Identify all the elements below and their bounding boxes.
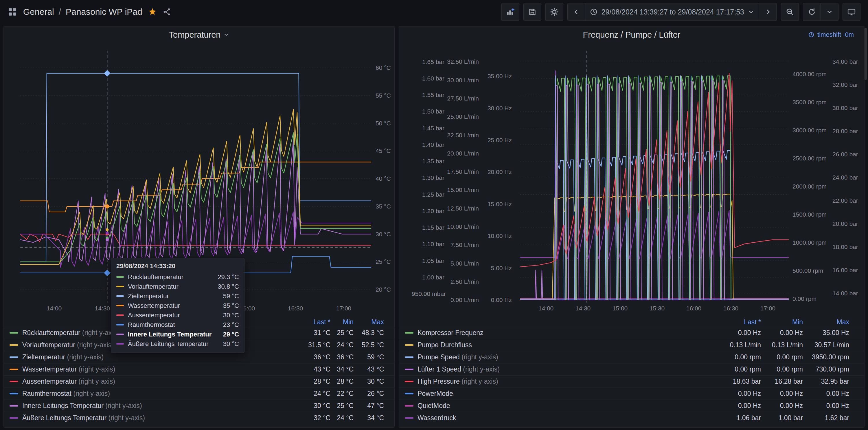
series-color-swatch xyxy=(405,405,413,406)
legend-last-value: 0.00 Hz xyxy=(709,390,761,398)
y-tick-label: 1.40 bar xyxy=(412,141,444,148)
panel-title-frequenz[interactable]: Frequenz / Pumpe / Lüfter xyxy=(583,30,681,40)
y-tick-label: 40 °C xyxy=(376,175,394,182)
legend-row[interactable]: Aussentemperatur (right y-axis)28 °C28 °… xyxy=(4,375,394,388)
dashboard-title[interactable]: Panasonic WP iPad xyxy=(66,7,142,17)
legend-row[interactable]: High Pressure (right y-axis)18.63 bar16.… xyxy=(399,375,864,388)
add-panel-button[interactable] xyxy=(501,3,519,21)
y-tick-label: 30.00 L/min xyxy=(444,77,479,84)
x-tick-label: 16:00 xyxy=(233,305,262,312)
y-tick-label: 60 °C xyxy=(376,64,394,71)
legend-series-label: Aussentemperatur (right y-axis) xyxy=(22,378,284,385)
legend-last-value: 0.00 Hz xyxy=(709,329,761,337)
y-tick-label: 1000.00 rpm xyxy=(793,239,831,247)
y-tick-label: 20 °C xyxy=(376,286,394,293)
refresh-button[interactable] xyxy=(803,3,821,21)
y-tick-label: 3000.00 rpm xyxy=(793,126,831,134)
page-scrollbar[interactable] xyxy=(865,28,867,80)
series-color-swatch xyxy=(116,314,124,316)
legend-row[interactable]: Pumpe Durchfluss0.13 L/min0.13 L/min30.5… xyxy=(399,339,864,351)
panel-title-temperaturen[interactable]: Temperaturen xyxy=(169,30,229,40)
legend-row[interactable]: Äußere Leitungs Temperatur (right y-axis… xyxy=(4,412,394,424)
legend-row[interactable]: QuietMode0.00 Hz0.00 Hz0.00 Hz xyxy=(399,400,864,412)
share-icon[interactable] xyxy=(163,7,171,16)
series-color-swatch xyxy=(9,332,18,334)
refresh-controls xyxy=(803,3,838,21)
y-axis-bar-right: 34.00 bar32.00 bar30.00 bar28.00 bar26.0… xyxy=(832,51,865,303)
legend-last-value: 1.06 bar xyxy=(709,414,761,422)
zoom-out-time-button[interactable] xyxy=(781,3,799,21)
legend-row[interactable]: Wasserdruck1.06 bar1.00 bar1.62 bar xyxy=(399,412,864,424)
legend-sort-max[interactable]: Max xyxy=(803,318,849,326)
chart-plot-area[interactable] xyxy=(20,51,371,303)
legend-row[interactable]: Wassertemperatur (right y-axis)43 °C34 °… xyxy=(4,363,394,375)
time-range-picker[interactable]: 29/08/2024 13:39:27 to 29/08/2024 17:17:… xyxy=(585,3,759,21)
y-tick-label: 1.60 bar xyxy=(412,75,444,82)
legend: Rücklauftemperatur (right y-axis)31 °C25… xyxy=(4,326,394,424)
legend-row[interactable]: Pumpe Speed (right y-axis)0.00 rpm0.00 r… xyxy=(399,351,864,363)
legend-sort-last[interactable]: Last * xyxy=(284,318,331,326)
legend-row[interactable]: Raumthermostat (right y-axis)24 °C22 °C2… xyxy=(4,388,394,400)
breadcrumb-section-link[interactable]: General xyxy=(23,7,54,17)
y-tick-label: 0.00 L/min xyxy=(444,296,479,304)
y-tick-label: 1.05 bar xyxy=(412,257,444,265)
refresh-interval-caret-button[interactable] xyxy=(820,3,838,21)
legend-row[interactable]: Rücklauftemperatur (right y-axis)31 °C25… xyxy=(4,326,394,339)
x-axis-time: 14:0014:3015:0015:3016:0016:3017:00 xyxy=(399,305,864,314)
series-color-swatch xyxy=(405,356,413,358)
series-color-swatch xyxy=(9,417,18,419)
kiosk-mode-button[interactable] xyxy=(842,3,861,21)
legend-row[interactable]: Lüfter 1 Speed (right y-axis)0.00 rpm0.0… xyxy=(399,363,864,375)
legend-row[interactable]: Zieltemperatur (right y-axis)36 °C36 °C5… xyxy=(4,351,394,363)
y-tick-label: 45 °C xyxy=(376,147,394,154)
timeshift-indicator[interactable]: timeshift -0m xyxy=(808,31,854,38)
favorite-star-icon[interactable] xyxy=(148,7,157,16)
series-color-swatch xyxy=(405,417,413,419)
time-series-chart-temperaturen[interactable]: 60 °C55 °C50 °C45 °C40 °C35 °C30 °C25 °C… xyxy=(4,51,394,303)
legend-row[interactable]: Vorlauftemperatur (right y-axis)31.5 °C2… xyxy=(4,339,394,351)
x-axis-time: 14:0014:3015:0015:3016:0016:3017:00 xyxy=(4,305,394,314)
series-color-swatch xyxy=(405,381,413,382)
dashboard-settings-gear-icon[interactable] xyxy=(546,3,563,21)
legend-min-value: 24 °C xyxy=(331,341,353,349)
legend-min-value: 22 °C xyxy=(331,390,353,398)
chart-plot-area[interactable] xyxy=(520,51,789,303)
legend-max-value: 0.00 Hz xyxy=(803,390,849,398)
legend-last-value: 0.00 Hz xyxy=(709,402,761,410)
save-dashboard-button[interactable] xyxy=(523,3,541,21)
time-series-chart-frequenz[interactable]: 1.65 bar1.60 bar1.55 bar1.50 bar1.45 bar… xyxy=(399,51,864,303)
legend-row[interactable]: PowerMode0.00 Hz0.00 Hz0.00 Hz xyxy=(399,388,864,400)
time-range-forward-button[interactable] xyxy=(759,3,777,21)
y-tick-label: 2.50 L/min xyxy=(444,278,479,286)
y-tick-label: 25 °C xyxy=(376,258,394,265)
y-tick-label: 14.00 bar xyxy=(832,290,865,297)
legend-max-value: 30 °C xyxy=(353,378,384,385)
legend-max-value: 35.00 Hz xyxy=(803,329,849,337)
legend-last-value: 18.63 bar xyxy=(709,378,761,385)
legend-sort-min[interactable]: Min xyxy=(761,318,803,326)
x-tick-label: 15:30 xyxy=(185,305,214,312)
time-range-back-button[interactable] xyxy=(567,3,585,21)
y-tick-label: 1.35 bar xyxy=(412,157,444,165)
y-tick-label: 1.20 bar xyxy=(412,207,444,215)
legend-series-label: Pumpe Durchfluss xyxy=(417,341,709,349)
legend-sort-max[interactable]: Max xyxy=(353,318,384,326)
y-tick-label: 50 °C xyxy=(376,120,394,127)
y-tick-label: 27.50 L/min xyxy=(444,95,479,102)
legend-min-value: 1.00 bar xyxy=(761,414,803,422)
breadcrumb-separator: / xyxy=(59,7,61,17)
legend-row[interactable]: Kompressor Frequenz0.00 Hz0.00 Hz35.00 H… xyxy=(399,326,864,339)
legend-row[interactable]: Innere Leitungs Temperatur (right y-axis… xyxy=(4,400,394,412)
y-axis-rpm: 4000.00 rpm3500.00 rpm3000.00 rpm2500.00… xyxy=(793,51,831,303)
legend-min-value: 36 °C xyxy=(331,353,353,361)
legend-sort-last[interactable]: Last * xyxy=(709,318,761,326)
legend-series-label: Wassertemperatur (right y-axis) xyxy=(22,366,284,373)
grafana-app: General / Panasonic WP iPad xyxy=(0,0,868,430)
y-tick-label: 16.00 bar xyxy=(832,266,865,274)
dashboards-grid-icon[interactable] xyxy=(7,7,18,17)
y-tick-label: 950.00 mbar xyxy=(412,290,444,298)
legend-max-value: 32.95 bar xyxy=(803,378,849,385)
timeshift-label: timeshift -0m xyxy=(817,31,854,38)
legend-sort-min[interactable]: Min xyxy=(331,318,353,326)
legend-min-value: 0.00 Hz xyxy=(761,329,803,337)
